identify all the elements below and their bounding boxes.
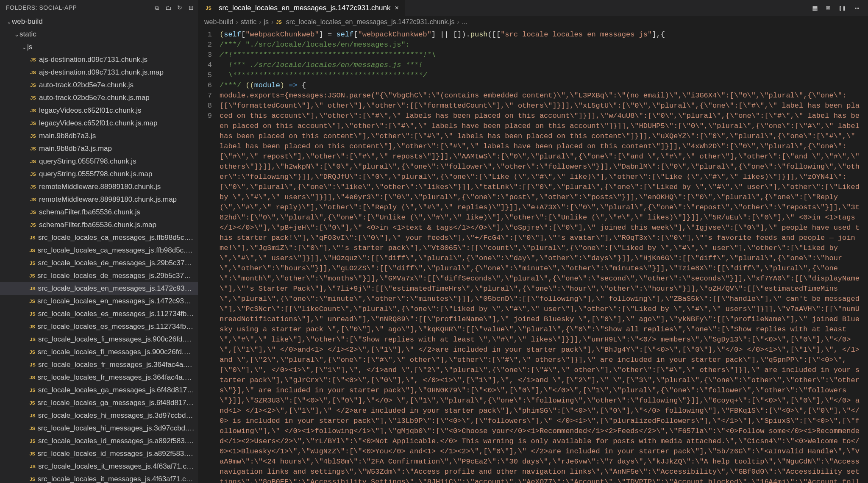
js-file-icon: JS (29, 451, 36, 456)
tree-file[interactable]: JSauto-track.02bd5e7e.chunk.js.map (0, 92, 198, 104)
tree-file[interactable]: JSsrc_locale_locales_fr_messages_js.364f… (0, 371, 198, 384)
tree-file[interactable]: JSsrc_locale_locales_ca_messages_js.ffb9… (0, 231, 198, 244)
file-tree[interactable]: ⌄web-build⌄static⌄jsJSajs-destination.d0… (0, 15, 198, 483)
compare-icon[interactable]: ▦ (812, 3, 817, 13)
file-label: queryString.0555f798.chunk.js.map (39, 170, 152, 178)
js-file-icon: JS (29, 375, 36, 380)
breadcrumb-part[interactable]: js (264, 18, 269, 26)
tree-file[interactable]: JSsrc_locale_locales_ca_messages_js.ffb9… (0, 244, 198, 257)
js-file-icon: JS (29, 400, 36, 405)
js-file-icon: JS (29, 299, 36, 304)
js-file-icon: JS (29, 70, 37, 75)
file-label: src_locale_locales_fr_messages_js.364fac… (38, 361, 195, 369)
tree-file[interactable]: JSschemaFilter.fba65536.chunk.js.map (0, 219, 198, 231)
close-icon[interactable]: × (395, 4, 398, 12)
tree-file[interactable]: JSsrc_locale_locales_id_messages_js.a892… (0, 435, 198, 447)
tree-file[interactable]: JSajs-destination.d09c7131.chunk.js.map (0, 66, 198, 79)
file-label: src_locale_locales_de_messages_js.29b5c3… (37, 272, 195, 280)
file-label: remoteMiddleware.88989180.chunk.js (39, 183, 161, 191)
tree-file[interactable]: JSsrc_locale_locales_es_messages_js.1127… (0, 320, 198, 333)
js-file-icon: JS (29, 273, 36, 278)
file-label: src_locale_locales_it_messages_js.4f63af… (38, 475, 195, 483)
line-number: 7 (198, 91, 220, 101)
breadcrumb-part[interactable]: src_locale_locales_en_messages_js.1472c9… (286, 18, 455, 26)
refresh-icon[interactable]: ↻ (177, 4, 183, 11)
tree-file[interactable]: JSsrc_locale_locales_fi_messages_js.900c… (0, 346, 198, 358)
file-label: src_locale_locales_ga_messages_js.6f48d8… (37, 399, 195, 407)
code-content[interactable]: (self["webpackChunkweb"] = self["webpack… (220, 28, 868, 483)
tree-file[interactable]: JSsrc_locale_locales_ga_messages_js.6f48… (0, 384, 198, 397)
js-file-icon: JS (29, 388, 36, 393)
js-file-icon: JS (29, 248, 36, 253)
js-file-icon: JS (29, 108, 37, 113)
tree-file[interactable]: JSmain.9b8db7a3.js (0, 130, 198, 142)
tree-file[interactable]: JSsrc_locale_locales_fr_messages_js.364f… (0, 358, 198, 371)
js-file-icon: JS (29, 172, 37, 177)
tree-file[interactable]: JSlegacyVideos.c652f01c.chunk.js.map (0, 117, 198, 130)
js-file-icon: JS (29, 197, 37, 202)
js-file-icon: JS (29, 184, 37, 189)
breadcrumb-part[interactable]: static (241, 18, 256, 26)
tree-file[interactable]: JSremoteMiddleware.88989180.chunk.js (0, 180, 198, 193)
collapse-icon[interactable]: ⊟ (189, 4, 194, 11)
tree-file[interactable]: JSsrc_locale_locales_it_messages_js.4f63… (0, 460, 198, 473)
tree-file[interactable]: JSlegacyVideos.c652f01c.chunk.js (0, 104, 198, 117)
gutter: 123456789 (198, 28, 220, 483)
file-label: src_locale_locales_ca_messages_js.ffb98d… (37, 246, 195, 255)
tree-file[interactable]: JSremoteMiddleware.88989180.chunk.js.map (0, 193, 198, 206)
tree-file[interactable]: JSsrc_locale_locales_fi_messages_js.900c… (0, 333, 198, 346)
tree-file[interactable]: JSsrc_locale_locales_it_messages_js.4f63… (0, 473, 198, 483)
file-label: src_locale_locales_fi_messages_js.900c26… (38, 335, 195, 344)
tree-file[interactable]: JSqueryString.0555f798.chunk.js.map (0, 168, 198, 180)
tree-file[interactable]: JSqueryString.0555f798.chunk.js (0, 155, 198, 168)
file-label: legacyVideos.c652f01c.chunk.js (39, 106, 142, 115)
breadcrumb-part[interactable]: ... (462, 18, 467, 26)
split-icon[interactable]: ⫾⫾ (839, 4, 846, 13)
tree-folder[interactable]: ⌄static (0, 28, 198, 41)
line-number: 2 (198, 40, 220, 50)
chevron-down-icon: ⌄ (14, 31, 19, 38)
new-folder-icon[interactable]: 🗀 (165, 4, 172, 11)
tab-active[interactable]: JS src_locale_locales_en_messages_js.147… (198, 0, 405, 16)
js-file-icon: JS (29, 439, 36, 444)
breadcrumb-part[interactable]: web-build (204, 18, 233, 26)
js-file-icon: JS (29, 286, 36, 291)
js-file-icon: JS (204, 6, 213, 11)
breadcrumb[interactable]: web-build › static › js › JS src_locale_… (198, 16, 868, 28)
tree-file[interactable]: JSsrc_locale_locales_ga_messages_js.6f48… (0, 397, 198, 409)
tree-folder[interactable]: ⌄js (0, 41, 198, 53)
file-label: remoteMiddleware.88989180.chunk.js.map (39, 195, 177, 204)
js-file-icon: JS (29, 210, 37, 215)
file-label: src_locale_locales_id_messages_js.a892f5… (37, 450, 195, 458)
tree-file[interactable]: JSajs-destination.d09c7131.chunk.js (0, 53, 198, 66)
more-icon[interactable]: ⋯ (855, 3, 860, 13)
file-label: src_locale_locales_it_messages_js.4f63af… (38, 462, 195, 471)
tree-file[interactable]: JSsrc_locale_locales_en_messages_js.1472… (0, 282, 198, 295)
js-file-icon: JS (29, 83, 37, 88)
tree-folder[interactable]: ⌄web-build (0, 15, 198, 28)
file-label: src_locale_locales_en_messages_js.1472c9… (38, 284, 195, 293)
tree-file[interactable]: JSschemaFilter.fba65536.chunk.js (0, 206, 198, 219)
tree-file[interactable]: JSauto-track.02bd5e7e.chunk.js (0, 79, 198, 92)
new-file-icon[interactable]: ⧉ (155, 4, 159, 11)
run-icon[interactable]: ⌧ (826, 3, 830, 13)
code-line-9[interactable]: module.exports={messages:JSON.parse("{\"… (220, 91, 868, 483)
file-label: main.9b8db7a3.js (39, 132, 96, 140)
tree-file[interactable]: JSsrc_locale_locales_id_messages_js.a892… (0, 447, 198, 460)
file-label: ajs-destination.d09c7131.chunk.js.map (39, 68, 164, 77)
js-file-icon: JS (29, 413, 36, 418)
sidebar-header: FOLDERS: SOCIAL-APP ⧉ 🗀 ↻ ⊟ (0, 0, 198, 15)
tree-file[interactable]: JSsrc_locale_locales_hi_messages_js.3d97… (0, 422, 198, 435)
tree-file[interactable]: JSsrc_locale_locales_de_messages_js.29b5… (0, 257, 198, 269)
tree-file[interactable]: JSsrc_locale_locales_es_messages_js.1127… (0, 308, 198, 320)
code-editor[interactable]: 123456789 (self["webpackChunkweb"] = sel… (198, 28, 868, 483)
tree-file[interactable]: JSsrc_locale_locales_hi_messages_js.3d97… (0, 409, 198, 422)
line-number: 9 (198, 111, 220, 121)
tree-file[interactable]: JSsrc_locale_locales_en_messages_js.1472… (0, 295, 198, 308)
js-file-icon: JS (29, 159, 37, 164)
chevron-down-icon: ⌄ (6, 19, 12, 25)
chevron-right-icon: › (457, 18, 459, 26)
tree-file[interactable]: JSmain.9b8db7a3.js.map (0, 142, 198, 155)
tree-file[interactable]: JSsrc_locale_locales_de_messages_js.29b5… (0, 269, 198, 282)
editor-area: JS src_locale_locales_en_messages_js.147… (198, 0, 868, 483)
